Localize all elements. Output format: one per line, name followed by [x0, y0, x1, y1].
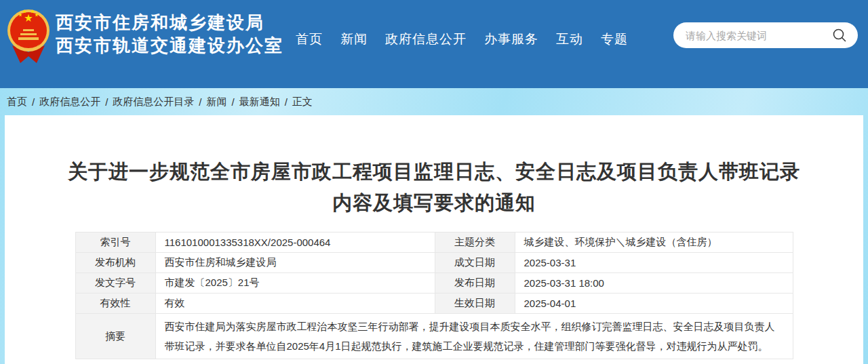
- breadcrumb-separator: /: [32, 96, 35, 108]
- breadcrumb-gov-info[interactable]: 政府信息公开: [39, 96, 100, 108]
- meta-value-publish-date: 2025-03-31 18:00: [515, 273, 793, 294]
- breadcrumb-gov-info-catalog[interactable]: 政府信息公开目录: [113, 96, 194, 108]
- nav-item-interact[interactable]: 互动: [556, 31, 583, 48]
- content-panel: 关于进一步规范全市房屋市政工程项目监理日志、安全日志及项目负责人带班记录内容及填…: [5, 115, 863, 364]
- document-meta-table: 索引号 1161010001335318XX/2025-000464 主题分类 …: [75, 232, 793, 359]
- main-nav: 首页 新闻 政府信息公开 办事服务 互动 专题: [296, 28, 628, 50]
- breadcrumb-separator: /: [232, 96, 235, 108]
- search-icon: [832, 28, 847, 43]
- document-title: 关于进一步规范全市房屋市政工程项目监理日志、安全日志及项目负责人带班记录内容及填…: [68, 156, 800, 218]
- breadcrumb-news[interactable]: 新闻: [207, 96, 227, 108]
- site-title: 西安市住房和城乡建设局 西安市轨道交通建设办公室: [56, 11, 283, 57]
- meta-row-agency: 发布机构 西安市住房和城乡建设局 成文日期 2025-03-31: [75, 253, 793, 273]
- site-title-line1: 西安市住房和城乡建设局: [56, 11, 283, 34]
- breadcrumb-separator: /: [199, 96, 201, 108]
- meta-value-effective-date: 2025-04-01: [515, 294, 793, 314]
- meta-label-effective-date: 生效日期: [435, 294, 515, 314]
- meta-row-abstract: 摘要 西安市住建局为落实房屋市政工程治本攻坚三年行动部署，提升建设项目本质安全水…: [75, 314, 793, 359]
- site-title-line2: 西安市轨道交通建设办公室: [56, 34, 283, 57]
- nav-item-gov-info[interactable]: 政府信息公开: [385, 31, 467, 48]
- search-button[interactable]: [831, 26, 848, 44]
- nav-item-services[interactable]: 办事服务: [484, 31, 538, 48]
- breadcrumb-current-article: 正文: [292, 96, 313, 108]
- meta-label-doc-number: 发文字号: [75, 273, 155, 294]
- meta-label-written-date: 成文日期: [435, 253, 515, 273]
- meta-row-index: 索引号 1161010001335318XX/2025-000464 主题分类 …: [75, 232, 793, 253]
- meta-label-index-number: 索引号: [75, 232, 155, 253]
- nav-item-news[interactable]: 新闻: [340, 31, 368, 48]
- meta-label-publish-date: 发布日期: [435, 273, 515, 294]
- nav-item-topics[interactable]: 专题: [601, 31, 628, 48]
- meta-value-written-date: 2025-03-31: [515, 253, 793, 273]
- meta-label-topic-category: 主题分类: [435, 232, 515, 253]
- search-box: [673, 22, 858, 48]
- meta-value-validity: 有效: [155, 294, 435, 314]
- meta-label-validity: 有效性: [75, 294, 155, 314]
- breadcrumb-latest-notices[interactable]: 最新通知: [239, 96, 280, 108]
- national-emblem-icon: [7, 7, 50, 64]
- breadcrumb-separator: /: [105, 96, 108, 108]
- meta-value-abstract: 西安市住建局为落实房屋市政工程治本攻坚三年行动部署，提升建设项目本质安全水平，组…: [155, 314, 793, 359]
- breadcrumb-home[interactable]: 首页: [7, 96, 27, 108]
- meta-label-abstract: 摘要: [75, 314, 155, 359]
- breadcrumb-separator: /: [285, 96, 288, 108]
- breadcrumb: 首页 / 政府信息公开 / 政府信息公开目录 / 新闻 / 最新通知 / 正文: [0, 88, 868, 115]
- meta-row-validity: 有效性 有效 生效日期 2025-04-01: [75, 294, 793, 314]
- nav-item-home[interactable]: 首页: [296, 31, 323, 48]
- meta-label-issuing-agency: 发布机构: [75, 253, 155, 273]
- meta-row-doc-number: 发文字号 市建发〔2025〕21号 发布日期 2025-03-31 18:00: [75, 273, 793, 294]
- search-input[interactable]: [686, 30, 831, 41]
- meta-value-issuing-agency: 西安市住房和城乡建设局: [155, 253, 435, 273]
- meta-value-index-number: 1161010001335318XX/2025-000464: [155, 232, 435, 253]
- meta-value-doc-number: 市建发〔2025〕21号: [155, 273, 435, 294]
- site-logo[interactable]: [7, 7, 50, 64]
- meta-value-topic-category: 城乡建设、环境保护＼城乡建设（含住房）: [515, 232, 793, 253]
- site-header: 西安市住房和城乡建设局 西安市轨道交通建设办公室 首页 新闻 政府信息公开 办事…: [0, 0, 868, 88]
